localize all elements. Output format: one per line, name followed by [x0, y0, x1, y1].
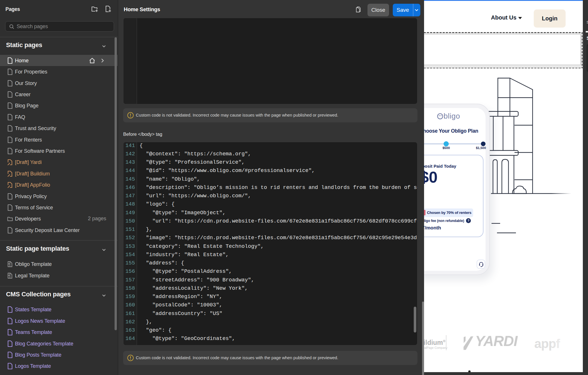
svg-text:bligo: bligo: [444, 112, 460, 120]
